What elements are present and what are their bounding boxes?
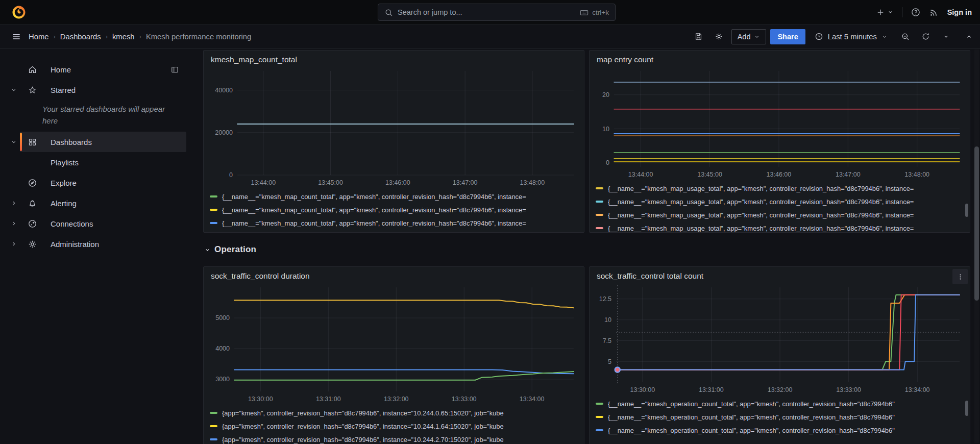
chevron-right-icon[interactable]: [7, 240, 20, 248]
sidebar-item-surface[interactable]: Connections: [20, 213, 186, 234]
top-header: ctrl+k Sign in: [0, 0, 980, 24]
legend-row[interactable]: {__name__="kmesh_map_count_total", app="…: [210, 203, 578, 216]
save-dashboard-button[interactable]: [691, 29, 707, 44]
section-row-operation[interactable]: Operation: [204, 242, 970, 257]
legend-series-label: {__name__="kmesh_map_count_total", app="…: [222, 219, 526, 227]
panel-title[interactable]: sock_traffic_control duration: [211, 272, 578, 281]
share-button[interactable]: Share: [770, 29, 805, 44]
refresh-button[interactable]: [917, 29, 934, 44]
sidebar-item-administration[interactable]: Administration: [0, 234, 192, 254]
svg-text:20: 20: [602, 91, 609, 98]
rss-icon[interactable]: [929, 7, 939, 17]
sidebar-item-surface[interactable]: Explore: [20, 172, 186, 193]
chevron-down-icon: [881, 34, 888, 40]
legend-row[interactable]: {__name__="kmesh_operation_count_total",…: [596, 397, 964, 410]
chevron-right-icon[interactable]: [7, 220, 20, 227]
sidebar-item-surface[interactable]: Alerting: [20, 193, 186, 213]
sidebar-item-label: Home: [51, 65, 71, 74]
add-button[interactable]: Add: [731, 29, 767, 44]
legend-row[interactable]: {app="kmesh", controller_revision_hash="…: [210, 420, 578, 433]
legend-series-marker: [210, 438, 217, 440]
panel-menu-button[interactable]: [952, 269, 968, 284]
gear-icon: [715, 32, 723, 41]
menu-icon[interactable]: [11, 32, 21, 42]
legend-row[interactable]: {__name__="kmesh_map_count_total", app="…: [210, 190, 578, 203]
sidebar-item-explore[interactable]: Explore: [0, 172, 192, 193]
sidebar-item-label: Playlists: [51, 158, 79, 167]
sidebar-item-playlists[interactable]: Playlists: [0, 152, 192, 172]
dock-panel-icon[interactable]: [170, 65, 179, 74]
sidebar-item-surface[interactable]: Dashboards: [20, 132, 186, 152]
legend-row[interactable]: {__name__="kmesh_operation_count_total",…: [596, 424, 964, 437]
timeseries-chart[interactable]: 13:44:0013:45:0013:46:0013:47:0013:48:00…: [596, 66, 964, 180]
panel-kmesh-map-count-total: kmesh_map_count_total 13:44:0013:45:0013…: [203, 50, 584, 233]
sign-in-button[interactable]: Sign in: [947, 8, 972, 16]
sidebar-item-starred[interactable]: Starred: [0, 80, 192, 100]
legend-series-label: {app="kmesh", controller_revision_hash="…: [222, 409, 504, 417]
legend-row[interactable]: {__name__="kmesh_map_count_total", app="…: [210, 216, 578, 230]
panel-title[interactable]: kmesh_map_count_total: [211, 55, 578, 64]
svg-text:13:30:00: 13:30:00: [248, 396, 273, 403]
panel-legend: {__name__="kmesh_map_usage_total", app="…: [596, 182, 964, 233]
sidebar-item-dashboards[interactable]: Dashboards: [0, 132, 192, 152]
sidebar-item-alerting[interactable]: Alerting: [0, 193, 192, 213]
timeseries-chart[interactable]: 13:44:0013:45:0013:46:0013:47:0013:48:00…: [210, 66, 578, 188]
sidebar-item-surface[interactable]: Starred: [20, 80, 186, 100]
timeseries-chart[interactable]: 13:30:0013:31:0013:32:0013:33:0013:34:00…: [596, 282, 964, 396]
chevron-down-icon[interactable]: [7, 86, 20, 93]
help-icon[interactable]: [911, 7, 921, 17]
timeseries-chart[interactable]: 13:30:0013:31:0013:32:0013:33:0013:34:00…: [210, 282, 578, 405]
legend-row[interactable]: {app="kmesh", controller_revision_hash="…: [210, 433, 578, 444]
legend-series-label: {__name__="kmesh_map_count_total", app="…: [222, 206, 526, 214]
chevron-up-icon[interactable]: [965, 33, 973, 40]
plug-icon: [27, 219, 38, 229]
legend-row[interactable]: {app="kmesh", controller_revision_hash="…: [210, 406, 578, 420]
sidebar-item-label: Starred: [51, 86, 76, 94]
panel-title[interactable]: map entry count: [597, 55, 964, 64]
zoom-out-time-button[interactable]: [897, 29, 913, 44]
breadcrumb-folder[interactable]: kmesh: [112, 33, 135, 41]
panel-sock-traffic-control-duration: sock_traffic_control duration 13:30:0013…: [203, 266, 584, 444]
sidebar-item-home[interactable]: Home: [0, 59, 192, 80]
legend-row[interactable]: {__name__="kmesh_map_usage_total", app="…: [596, 221, 964, 233]
panel-title[interactable]: sock_traffic_control total count: [597, 272, 964, 281]
svg-text:5: 5: [608, 358, 611, 365]
svg-text:13:33:00: 13:33:00: [452, 396, 477, 403]
sidebar-item-surface[interactable]: Administration: [20, 234, 186, 254]
sidebar-item-connections[interactable]: Connections: [0, 213, 192, 234]
chevron-down-icon: [887, 9, 894, 15]
global-search[interactable]: ctrl+k: [378, 4, 616, 21]
search-input[interactable]: [398, 8, 575, 16]
svg-text:13:32:00: 13:32:00: [768, 386, 793, 393]
legend-scrollbar[interactable]: [965, 401, 968, 416]
legend-series-label: {app="kmesh", controller_revision_hash="…: [222, 436, 504, 443]
breadcrumb-dashboards[interactable]: Dashboards: [60, 33, 101, 41]
legend-row[interactable]: {__name__="kmesh_map_usage_total", app="…: [596, 182, 964, 195]
legend-series-label: {__name__="kmesh_map_usage_total", app="…: [608, 185, 914, 192]
dashboard-settings-button[interactable]: [711, 29, 727, 44]
grafana-logo[interactable]: [11, 5, 27, 20]
time-range-picker[interactable]: Last 5 minutes: [810, 29, 893, 44]
new-button[interactable]: [876, 8, 894, 17]
legend-row[interactable]: {__name__="kmesh_map_usage_total", app="…: [596, 208, 964, 221]
legend-scrollbar[interactable]: [965, 204, 968, 217]
legend-row[interactable]: {__name__="kmesh_operation_count_total",…: [596, 410, 964, 424]
sidebar-item-surface[interactable]: Home: [20, 59, 186, 80]
breadcrumb-home[interactable]: Home: [29, 33, 48, 41]
legend-row[interactable]: {__name__="kmesh_map_usage_total", app="…: [596, 195, 964, 208]
breadcrumb-separator: ›: [139, 33, 141, 40]
sidebar-nav: HomeStarredYour starred dashboards will …: [0, 49, 192, 444]
refresh-interval-dropdown[interactable]: [938, 29, 954, 44]
page-scrollbar-thumb[interactable]: [974, 146, 979, 301]
legend-series-label: {__name__="kmesh_map_usage_total", app="…: [608, 211, 914, 219]
chevron-right-icon[interactable]: [7, 200, 20, 207]
legend-series-marker: [210, 222, 217, 224]
svg-text:13:47:00: 13:47:00: [836, 171, 861, 178]
svg-text:7.5: 7.5: [603, 337, 611, 344]
chevron-down-icon[interactable]: [7, 138, 20, 145]
refresh-icon: [921, 32, 930, 41]
legend-series-label: {__name__="kmesh_operation_count_total",…: [608, 400, 895, 408]
apps-icon: [27, 137, 38, 147]
sidebar-item-surface[interactable]: Playlists: [20, 152, 186, 172]
legend-series-label: {__name__="kmesh_operation_count_total",…: [608, 413, 895, 421]
